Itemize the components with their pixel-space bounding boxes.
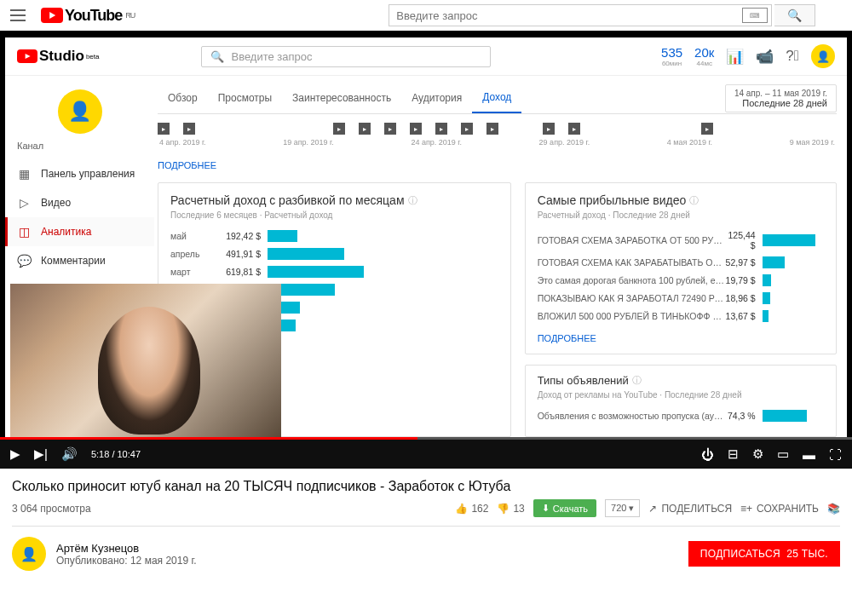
subscribe-button[interactable]: ПОДПИСАТЬСЯ 25 ТЫС. — [688, 541, 840, 567]
marker-icon: ▸ — [158, 123, 170, 135]
autoplay-toggle[interactable]: ⏻ — [701, 447, 714, 462]
bar-row: март619,81 $ — [170, 266, 498, 278]
channel-info: Артём Кузнецов Опубликовано: 12 мая 2019… — [56, 542, 197, 567]
bar-value: 13,67 $ — [725, 311, 763, 321]
keyboard-icon[interactable]: ⌨ — [742, 8, 768, 23]
fullscreen-button[interactable]: ⛶ — [829, 447, 842, 462]
menu-icon[interactable] — [10, 9, 26, 21]
info-icon[interactable]: ⓘ — [632, 374, 642, 387]
info-icon[interactable]: ⓘ — [408, 194, 417, 207]
bar-row: Это самая дорогая банкнота 100 рублей, е… — [538, 274, 824, 286]
axis-date: 19 апр. 2019 г. — [283, 138, 334, 147]
sidebar-label: Аналитика — [41, 226, 91, 238]
studio-search-placeholder: Введите запрос — [231, 50, 312, 63]
axis-date: 24 апр. 2019 г. — [411, 138, 462, 147]
tab-views[interactable]: Просмотры — [208, 83, 282, 112]
save-button[interactable]: ≡+СОХРАНИТЬ — [740, 503, 819, 515]
volume-button[interactable]: 🔊 — [61, 446, 78, 462]
bar-label: апрель — [170, 249, 223, 259]
stat-1: 535 60мин — [661, 45, 682, 67]
help-icon[interactable]: ?⃝ — [786, 48, 799, 65]
more-link[interactable]: ПОДРОБНЕЕ — [538, 328, 824, 343]
sidebar-label: Панель управления — [41, 168, 135, 180]
card-title: Расчетный доход с разбивкой по месяцамⓘ — [170, 193, 498, 207]
search-button[interactable]: 🔍 — [774, 4, 815, 26]
publish-date: Опубликовано: 12 мая 2019 г. — [56, 555, 197, 567]
search-wrap: ⌨ 🔍 — [389, 4, 815, 26]
marker-icon: ▸ — [568, 123, 580, 135]
bar-value: 192,42 $ — [223, 231, 268, 241]
bar-row: май192,42 $ — [170, 230, 498, 242]
marker-icon: ▸ — [486, 123, 498, 135]
video-info: Сколько приносит ютуб канал на 20 ТЫСЯЧ … — [0, 469, 852, 527]
bar — [268, 248, 344, 260]
video-player: Studio beta 🔍 Введите запрос 535 60мин 2… — [0, 31, 852, 469]
channel-name[interactable]: Артём Кузнецов — [56, 542, 197, 555]
dislike-button[interactable]: 👎13 — [497, 503, 524, 515]
share-button[interactable]: ↗ПОДЕЛИТЬСЯ — [648, 503, 732, 515]
info-icon[interactable]: ⓘ — [689, 194, 699, 207]
marker-icon: ▸ — [183, 123, 195, 135]
sidebar-item-dashboard[interactable]: ▦Панель управления — [5, 159, 154, 188]
bar — [763, 234, 815, 246]
video-title-label[interactable]: Это самая дорогая банкнота 100 рублей, е… — [538, 275, 725, 285]
bar — [268, 266, 364, 278]
bar-row: ГОТОВАЯ СХЕМА КАК ЗАРАБАТЫВАТЬ ОТ 500 ..… — [538, 256, 824, 268]
tab-engagement[interactable]: Заинтересованность — [282, 83, 401, 112]
marker-icon: ▸ — [701, 123, 713, 135]
video-title-label[interactable]: ВЛОЖИЛ 500 000 РУБЛЕЙ В ТИНЬКОФФ ИНВЕ... — [538, 311, 725, 321]
view-count: 3 064 просмотра — [12, 503, 91, 515]
theater-button[interactable]: ▬ — [803, 447, 815, 462]
bar-value: 19,79 $ — [725, 275, 763, 285]
video-title-label[interactable]: ГОТОВАЯ СХЕМА КАК ЗАРАБАТЫВАТЬ ОТ 500 ..… — [538, 257, 725, 268]
channel-avatar[interactable]: 👤 — [58, 89, 102, 134]
studio-avatar[interactable]: 👤 — [811, 44, 835, 68]
settings-icon[interactable]: ⚙ — [752, 446, 763, 462]
tab-audience[interactable]: Аудитория — [401, 83, 472, 112]
bar — [268, 230, 297, 242]
studio-stats: 535 60мин 20к 44мс 📊 📹 ?⃝ 👤 — [661, 44, 835, 68]
date-range-main: Последние 28 дней — [734, 98, 827, 108]
video-title-label[interactable]: ГОТОВАЯ СХЕМА ЗАРАБОТКА ОТ 500 РУБЛЕ... — [538, 235, 725, 245]
camera-icon[interactable]: 📹 — [756, 48, 774, 66]
sidebar-item-analytics[interactable]: ◫Аналитика — [5, 217, 154, 246]
bar — [763, 256, 785, 268]
download-button[interactable]: ⬇Скачать — [533, 499, 596, 517]
bar-row: ПОКАЗЫВАЮ КАК Я ЗАРАБОТАЛ 72490 РУБЛЕ...… — [538, 292, 824, 304]
actions-group: 👍162 👎13 ⬇Скачать 720 ▾ ↗ПОДЕЛИТЬСЯ ≡+СО… — [455, 499, 840, 517]
bar-value: 619,81 $ — [223, 267, 268, 277]
channel-avatar[interactable]: 👤 — [12, 537, 46, 571]
studio-logo-text: Studio — [39, 48, 84, 65]
quality-selector[interactable]: 720 ▾ — [605, 499, 640, 517]
axis-date: 4 мая 2019 г. — [667, 138, 712, 147]
play-button[interactable]: ▶ — [10, 446, 20, 462]
youtube-logo[interactable]: YouTube RU — [41, 7, 135, 25]
sidebar-item-videos[interactable]: ▷Видео — [5, 188, 154, 217]
download-icon: ⬇ — [542, 503, 550, 514]
tab-revenue[interactable]: Доход — [472, 83, 521, 113]
date-range-selector[interactable]: 14 апр. – 11 мая 2019 г. Последние 28 дн… — [725, 84, 837, 112]
more-link[interactable]: ПОДРОБНЕЕ — [158, 153, 837, 182]
tab-overview[interactable]: Обзор — [158, 83, 208, 112]
like-button[interactable]: 👍162 — [455, 503, 488, 515]
miniplayer-button[interactable]: ▭ — [777, 446, 789, 462]
next-button[interactable]: ▶| — [34, 446, 48, 462]
sidebar-item-comments[interactable]: 💬Комментарии — [5, 246, 154, 275]
extension-icon[interactable]: 📚 — [827, 503, 840, 515]
date-range-small: 14 апр. – 11 мая 2019 г. — [734, 89, 827, 98]
chart-icon[interactable]: 📊 — [726, 48, 744, 66]
top-videos-card: Самые прибыльные видеоⓘ Расчетный доход … — [525, 182, 837, 354]
youtube-header: YouTube RU ⌨ 🔍 — [0, 0, 852, 31]
studio-logo[interactable]: Studio beta — [17, 48, 99, 65]
video-title-label[interactable]: ПОКАЗЫВАЮ КАК Я ЗАРАБОТАЛ 72490 РУБЛЕ... — [538, 293, 725, 303]
captions-button[interactable]: ⊟ — [728, 446, 739, 462]
date-axis: 4 апр. 2019 г. 19 апр. 2019 г. 24 апр. 2… — [158, 138, 837, 153]
studio-search-input[interactable]: 🔍 Введите запрос — [201, 46, 491, 67]
search-input[interactable] — [389, 4, 772, 26]
card-subtitle: Последние 6 месяцев · Расчетный доход — [170, 210, 498, 220]
bar-row: Объявления с возможностью пропуска (аукц… — [538, 410, 824, 422]
axis-date: 29 апр. 2019 г. — [539, 138, 590, 147]
timeline-markers: ▸ ▸ ▸ ▸ ▸ ▸ ▸ ▸ ▸ ▸ ▸ ▸ — [158, 114, 837, 138]
thumbs-down-icon: 👎 — [497, 503, 509, 515]
card-subtitle: Доход от рекламы на YouTube · Последние … — [538, 390, 824, 400]
